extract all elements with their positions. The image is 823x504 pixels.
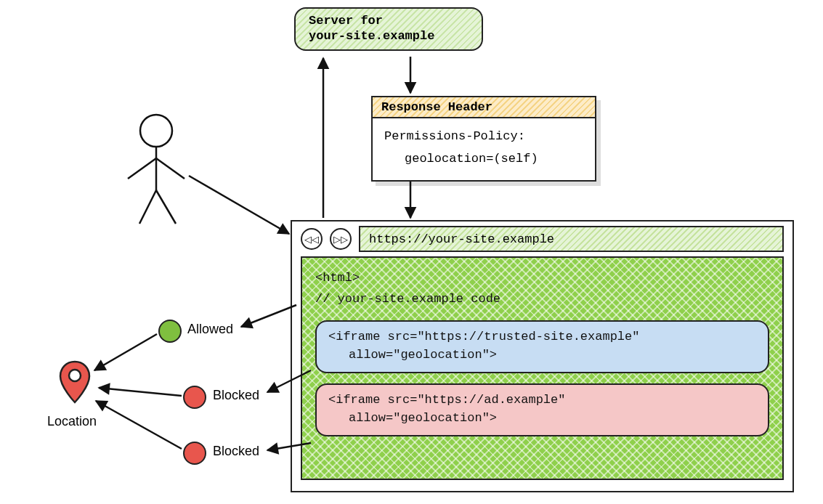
user-stick-figure [128,115,185,224]
status-dot-blocked-1 [183,386,206,409]
browser-viewport: <html> // your-site.example code <iframe… [301,256,784,480]
browser-window: ◁◁ ▷▷ https://your-site.example <html> /… [291,220,794,492]
fastforward-icon: ▷▷ [333,234,348,245]
response-header-body: Permissions-Policy: geolocation=(self) [373,118,595,180]
status-label-blocked-2: Blocked [213,444,259,459]
status-dot-allowed [158,320,182,343]
response-header-line-2: geolocation=(self) [384,148,583,171]
server-box: Server for your-site.example [294,7,483,51]
server-line-1: Server for [309,13,469,28]
address-bar[interactable]: https://your-site.example [359,226,784,252]
svg-line-3 [128,158,156,179]
svg-line-6 [156,190,176,224]
iframe-trusted-line-2: allow="geolocation"> [328,346,756,365]
status-label-allowed: Allowed [187,322,233,337]
forward-button[interactable]: ▷▷ [330,228,352,250]
iframe-ad-line-1: <iframe src="https://ad.example" [328,391,756,410]
location-label: Location [47,414,97,429]
iframe-ad-box: <iframe src="https://ad.example" allow="… [315,383,769,436]
rewind-icon: ◁◁ [304,234,319,245]
svg-line-12 [94,334,157,370]
iframe-trusted-box: <iframe src="https://trusted-site.exampl… [315,320,769,373]
iframe-ad-line-2: allow="geolocation"> [328,409,756,428]
svg-line-11 [241,305,296,327]
svg-point-0 [69,370,81,381]
response-header-title: Response Header [373,97,595,118]
svg-line-14 [99,388,182,396]
response-header-panel: Response Header Permissions-Policy: geol… [371,96,596,182]
status-dot-blocked-2 [183,442,206,465]
code-html-open: <html> [315,268,769,289]
response-header-line-1: Permissions-Policy: [384,126,583,148]
iframe-trusted-line-1: <iframe src="https://trusted-site.exampl… [328,328,756,346]
svg-line-16 [96,401,182,449]
server-line-2: your-site.example [309,28,469,44]
status-label-blocked-1: Blocked [213,388,259,403]
svg-point-1 [140,115,172,147]
code-comment: // your-site.example code [315,289,769,310]
browser-toolbar: ◁◁ ▷▷ https://your-site.example [292,221,792,256]
back-button[interactable]: ◁◁ [301,228,323,250]
svg-line-4 [156,158,185,179]
svg-line-7 [189,176,289,234]
svg-line-5 [139,190,156,224]
location-pin-icon [58,360,92,404]
address-bar-text: https://your-site.example [369,232,554,246]
